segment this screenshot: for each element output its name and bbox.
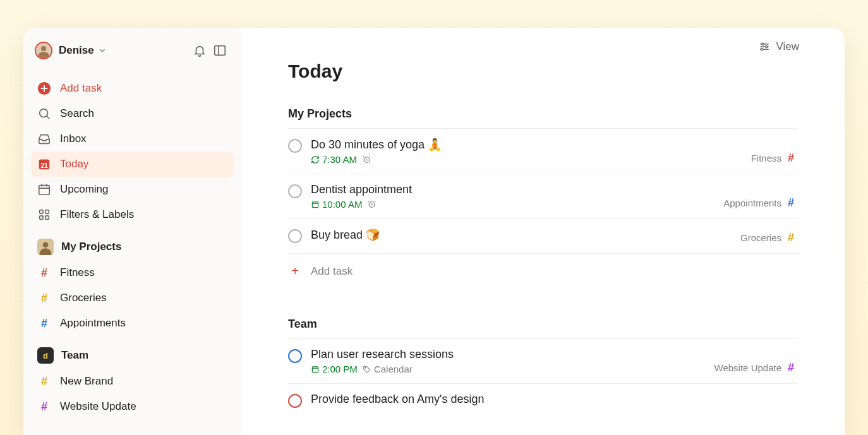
svg-rect-16 [45, 210, 49, 214]
task-project-link[interactable]: Fitness # [751, 152, 798, 165]
nav-search[interactable]: Search [31, 101, 234, 126]
workspace-personal-header[interactable]: My Projects [31, 227, 234, 260]
task-checkbox[interactable] [288, 349, 302, 363]
svg-rect-17 [40, 216, 43, 220]
recurring-icon [311, 155, 320, 164]
task-checkbox[interactable] [288, 139, 302, 153]
main-content: View Today My Projects Do 30 minutes of … [241, 28, 845, 435]
view-button[interactable]: View [758, 40, 799, 53]
task-project-link[interactable]: Appointments # [723, 196, 798, 210]
workspace-team-title: Team [61, 349, 88, 362]
hash-icon: # [784, 231, 798, 244]
svg-point-20 [43, 242, 49, 247]
task-checkbox[interactable] [288, 394, 302, 408]
task-time: 7:30 AM [311, 154, 357, 165]
task-checkbox[interactable] [288, 229, 302, 243]
task-title: Dentist appointment [311, 183, 714, 196]
search-icon [37, 107, 51, 121]
nav-list: Add task Search Inbox 21 Today [31, 76, 234, 227]
user-name-label: Denise [59, 44, 94, 57]
task-list: Do 30 minutes of yoga 🧘 7:30 AM Fitness … [288, 128, 798, 254]
svg-point-25 [766, 45, 768, 47]
task-time: 10:00 AM [311, 199, 362, 210]
svg-text:21: 21 [40, 162, 48, 169]
task-checkbox[interactable] [288, 184, 302, 198]
nav-today-label: Today [60, 158, 88, 170]
date-icon [311, 365, 320, 374]
add-task-inline[interactable]: + Add task [288, 254, 798, 289]
task-title: Provide feedback on Amy's design [311, 393, 798, 406]
grid-icon [37, 208, 51, 222]
task-title: Do 30 minutes of yoga 🧘 [311, 138, 742, 152]
project-new-brand[interactable]: # New Brand [31, 369, 234, 394]
hash-icon: # [37, 292, 51, 305]
today-icon: 21 [37, 157, 51, 171]
add-task-label: Add task [311, 265, 353, 278]
svg-rect-15 [40, 210, 43, 214]
view-label: View [776, 40, 799, 53]
hash-icon: # [37, 400, 51, 414]
notifications-button[interactable] [190, 40, 210, 61]
workspace-personal-list: # Fitness # Groceries # Appointments [31, 260, 234, 336]
nav-inbox-label: Inbox [60, 133, 87, 145]
section-header: My Projects [288, 107, 798, 128]
plus-icon: + [288, 264, 302, 278]
reminder-icon [367, 200, 377, 209]
project-label: Groceries [60, 292, 107, 304]
sliders-icon [758, 40, 771, 53]
task-time: 2:00 PM [311, 364, 358, 374]
task-project-link[interactable]: Groceries # [740, 231, 798, 244]
plus-circle-icon [37, 81, 51, 96]
task-project-link[interactable]: Website Update # [714, 361, 798, 374]
page-title: Today [288, 61, 798, 82]
task-title: Buy bread 🍞 [311, 228, 732, 242]
reminder-icon [362, 155, 371, 164]
task-row[interactable]: Buy bread 🍞 Groceries # [288, 219, 798, 254]
hash-icon: # [37, 266, 51, 280]
task-row[interactable]: Plan user research sessions 2:00 PM Cale… [288, 339, 798, 384]
project-website-update[interactable]: # Website Update [31, 394, 234, 419]
hash-icon: # [784, 152, 798, 165]
workspace-personal-title: My Projects [61, 241, 121, 253]
project-label: Website Update [60, 400, 136, 413]
tag-icon [363, 365, 371, 374]
project-fitness[interactable]: # Fitness [31, 260, 234, 285]
project-label: Fitness [60, 266, 95, 279]
nav-upcoming[interactable]: Upcoming [31, 177, 234, 202]
inbox-icon [37, 132, 51, 146]
user-menu[interactable]: Denise [59, 44, 107, 57]
calendar-icon [37, 182, 51, 196]
add-task-button[interactable]: Add task [31, 76, 234, 101]
nav-filters[interactable]: Filters & Labels [31, 202, 234, 227]
hash-icon: # [37, 375, 51, 388]
project-groceries[interactable]: # Groceries [31, 285, 234, 311]
task-row[interactable]: Provide feedback on Amy's design [288, 384, 798, 417]
task-title: Plan user research sessions [311, 348, 706, 361]
nav-inbox[interactable]: Inbox [31, 126, 234, 152]
workspace-personal-avatar [37, 239, 54, 255]
avatar[interactable] [35, 42, 52, 59]
app-window: Denise Add task [23, 28, 845, 435]
project-label: New Brand [60, 375, 113, 388]
chevron-down-icon [98, 46, 107, 55]
task-label: Calendar [363, 364, 413, 374]
task-row[interactable]: Do 30 minutes of yoga 🧘 7:30 AM Fitness … [288, 129, 798, 174]
svg-rect-32 [312, 366, 318, 372]
sidebar-toggle-button[interactable] [210, 40, 230, 61]
project-label: Appointments [60, 317, 126, 330]
add-task-label: Add task [60, 82, 102, 95]
workspace-team-header[interactable]: d Team [31, 336, 234, 369]
nav-today[interactable]: 21 Today [31, 152, 234, 177]
svg-point-1 [41, 46, 46, 51]
hash-icon: # [37, 317, 51, 330]
svg-point-27 [761, 49, 763, 51]
svg-rect-18 [45, 216, 49, 220]
project-appointments[interactable]: # Appointments [31, 311, 234, 336]
svg-line-7 [47, 116, 50, 119]
sidebar: Denise Add task [23, 28, 241, 435]
svg-rect-11 [39, 186, 50, 195]
svg-rect-29 [312, 201, 318, 207]
svg-point-6 [40, 109, 48, 117]
date-icon [311, 200, 320, 209]
task-row[interactable]: Dentist appointment 10:00 AM Appointment… [288, 174, 798, 219]
